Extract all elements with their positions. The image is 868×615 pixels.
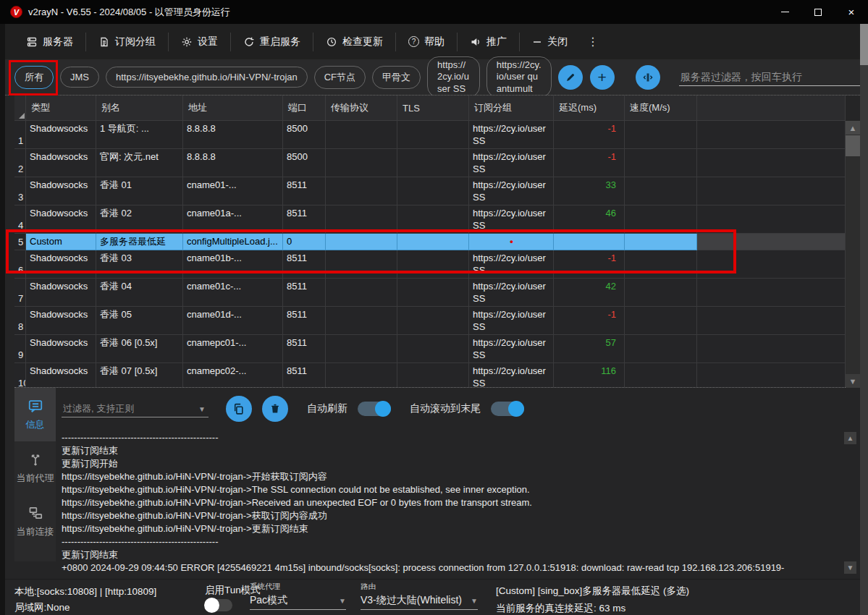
row-number: 7 [14,279,26,307]
subscription-tab[interactable]: 甲骨文 [372,66,421,89]
window-right-edge [860,0,868,615]
subscription-tab[interactable]: JMS [60,67,99,88]
cell-filler [697,121,846,149]
log-line: https://itsyebekhe.github.io/HiN-VPN/-tr… [62,483,842,496]
column-header-filler [697,96,846,121]
table-row[interactable]: 8 Shadowsocks 香港 05 cname01d-... 8511 ht… [14,307,846,335]
auto-scroll-toggle[interactable] [491,402,524,416]
system-proxy-select[interactable]: Pac模式 ▼ [250,594,346,610]
cell-speed [625,250,697,279]
table-body: 1 Shadowsocks 1 导航页: ... 8.8.8.8 8500 ht… [14,121,846,388]
row-number-header[interactable] [14,96,26,121]
subscription-tab[interactable]: 所有 [14,66,54,89]
subscription-group-button[interactable]: 订阅分组 [86,31,168,53]
log-line: 更新订阅结束 [62,444,842,457]
column-header-port[interactable]: 端口 [283,96,326,121]
help-button[interactable]: ? 帮助 [396,31,457,53]
bottom-sidebar: 信息 当前代理 当前连接 [14,388,56,561]
column-header-type[interactable]: 类型 [26,96,96,121]
server-filter-input[interactable] [679,68,860,86]
log-line: https://itsyebekhe.github.io/HiN-VPN/-tr… [62,522,842,535]
close-window-button[interactable]: 关闭 [520,31,580,53]
minimize-button[interactable] [768,0,801,24]
column-header-group[interactable]: 订阅分组 [469,96,554,121]
proxy-branch-icon [28,451,43,467]
app-logo-icon: V [10,6,22,18]
cell-type: Shadowsocks [26,205,96,234]
chevron-down-icon[interactable]: ▼ [198,405,206,413]
table-row[interactable]: 1 Shadowsocks 1 导航页: ... 8.8.8.8 8500 ht… [14,121,846,149]
cell-tls [397,307,469,335]
table-row[interactable]: 10 Shadowsocks 香港 07 [0.5x] cnamepc02-..… [14,363,846,388]
cell-filler [697,250,846,279]
scroll-down-icon[interactable]: ▼ [846,374,860,388]
gear-icon [181,36,193,48]
log-scroll-up-icon[interactable]: ▲ [844,432,856,444]
more-options-icon[interactable]: ⋮ [580,35,606,48]
cell-transport [326,250,397,279]
maximize-button[interactable] [801,0,835,24]
speaker-icon [470,36,481,48]
check-update-button[interactable]: 检查更新 [313,31,395,53]
log-scroll-down-icon[interactable]: ▼ [844,561,856,574]
connections-icon [28,505,43,521]
cell-alias: 香港 01 [96,177,183,205]
cell-subscription-group: https://2cy.io/user SS [469,205,554,234]
auto-refresh-toggle[interactable] [358,402,391,416]
tun-mode-toggle[interactable] [205,599,232,611]
copy-log-button[interactable] [226,396,252,422]
scroll-up-icon[interactable]: ▲ [846,121,860,135]
log-line: https://itsyebekhe.github.io/HiN-VPN/-tr… [62,470,842,483]
cell-transport [326,149,397,177]
edit-group-button[interactable] [558,65,583,90]
settings-button[interactable]: 设置 [169,31,230,53]
table-row[interactable]: 4 Shadowsocks 香港 02 cname01a-... 8511 ht… [14,205,846,234]
promotion-button[interactable]: 推广 [458,31,519,53]
table-row[interactable]: 9 Shadowsocks 香港 06 [0.5x] cnamepc01-...… [14,335,846,363]
column-width-button[interactable] [636,65,660,90]
scrollbar-thumb[interactable] [846,135,860,156]
table-row[interactable]: 2 Shadowsocks 官网: 次元.net 8.8.8.8 8500 ht… [14,149,846,177]
log-line: +0800 2024-09-29 09:44:50 ERROR [4255469… [62,561,842,574]
column-header-delay[interactable]: 延迟(ms) [554,96,625,121]
cell-tls [397,335,469,363]
subscription-icon [98,36,110,48]
routing-select[interactable]: V3-绕过大陆(Whitelist) ▼ [361,594,478,610]
cell-filler [697,279,846,307]
table-row[interactable]: 3 Shadowsocks 香港 01 cname01-... 8511 htt… [14,177,846,205]
restart-service-label: 重启服务 [260,35,300,48]
restart-service-button[interactable]: 重启服务 [231,31,313,53]
cell-type: Shadowsocks [26,335,96,363]
system-proxy-value: Pac模式 [250,594,287,607]
subscription-tab[interactable]: https://2cy.io/user quantumult [486,56,552,98]
log-output[interactable]: ----------------------------------------… [62,431,842,574]
cell-port: 8511 [283,335,326,363]
column-header-address[interactable]: 地址 [183,96,283,121]
sidebar-item-current-proxy[interactable]: 当前代理 [14,441,56,495]
table-row[interactable]: 5 Custom 多服务器最低延迟... configMultipleLoad.… [14,234,846,250]
table-row[interactable]: 6 Shadowsocks 香港 03 cname01b-... 8511 ht… [14,250,846,279]
column-header-alias[interactable]: 别名 [96,96,183,121]
sidebar-item-current-connections[interactable]: 当前连接 [14,495,56,548]
cell-delay: -1 [554,307,625,335]
cell-subscription-group: • [469,234,554,250]
subscription-tab[interactable]: https://itsyebekhe.github.io/HiN-VPN/-tr… [106,67,308,88]
add-group-button[interactable]: + [590,65,615,90]
close-button[interactable]: × [835,0,868,24]
cell-address: cnamepc02-... [183,363,283,388]
cell-delay: -1 [554,121,625,149]
table-scrollbar[interactable]: ▲ ▼ [846,121,860,388]
clear-log-button[interactable] [262,396,288,422]
column-header-transport[interactable]: 传输协议 [326,96,397,121]
cell-tls [397,250,469,279]
cell-transport [326,363,397,388]
subscription-tab[interactable]: https://2cy.io/user SS [427,56,480,98]
log-filter-input[interactable] [62,400,208,417]
subscription-tab[interactable]: CF节点 [314,66,366,89]
cell-address: cname01-... [183,177,283,205]
column-header-tls[interactable]: TLS [397,96,469,121]
servers-menu-button[interactable]: 服务器 [14,31,85,53]
column-header-speed[interactable]: 速度(M/s) [625,96,697,121]
table-row[interactable]: 7 Shadowsocks 香港 04 cname01c-... 8511 ht… [14,279,846,307]
sidebar-item-info[interactable]: 信息 [14,388,56,441]
